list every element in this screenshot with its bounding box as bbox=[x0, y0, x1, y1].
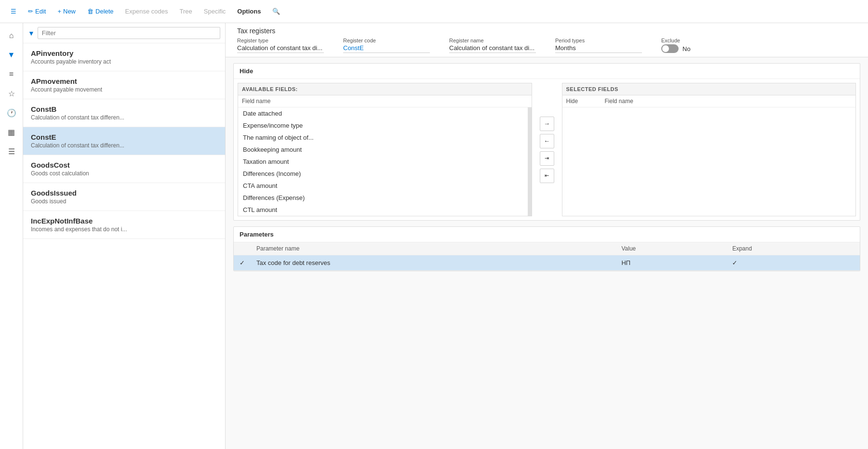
list-item[interactable]: APinventory Accounts payable inventory a… bbox=[23, 43, 225, 71]
list-item-subtitle: Calculation of constant tax differen... bbox=[31, 142, 217, 149]
hamburger-icon: ☰ bbox=[11, 8, 16, 15]
selected-fieldname-header: Field name bbox=[601, 95, 856, 107]
available-fields-label: AVAILABLE FIELDS: bbox=[238, 83, 532, 95]
selected-hide-header: Hide bbox=[562, 95, 601, 107]
list-item-title: IncExpNotInfBase bbox=[31, 217, 217, 225]
available-field-item[interactable]: Date attached bbox=[238, 107, 528, 119]
modules-nav-button[interactable]: ▦ bbox=[3, 123, 20, 141]
params-header-row: Parameter name Value Expand bbox=[234, 242, 860, 255]
params-expand-cell: ✓ bbox=[726, 255, 860, 271]
list-item-subtitle: Accounts payable inventory act bbox=[31, 58, 217, 65]
toolbar: ☰ ✏ Edit + New 🗑 Delete Expense codes Tr… bbox=[0, 0, 868, 23]
parameters-table: Parameter name Value Expand ✓ Tax code f… bbox=[234, 242, 860, 271]
list-item-subtitle: Account payable movement bbox=[31, 86, 217, 93]
register-field-label: Register code bbox=[343, 38, 430, 43]
params-name-header: Parameter name bbox=[251, 242, 615, 255]
exclude-value: No bbox=[682, 45, 691, 53]
available-field-item[interactable]: Taxation amount bbox=[238, 156, 528, 168]
available-field-item[interactable]: Differences (Expense) bbox=[238, 192, 528, 204]
options-button[interactable]: Options bbox=[232, 6, 266, 17]
recent-nav-button[interactable]: 🕐 bbox=[3, 104, 20, 121]
register-field-value[interactable]: ConstE bbox=[343, 44, 430, 53]
list-item-subtitle: Goods cost calculation bbox=[31, 170, 217, 177]
favorites-nav-button[interactable]: ☆ bbox=[3, 85, 20, 102]
expense-codes-button[interactable]: Expense codes bbox=[120, 6, 173, 17]
list-item-title: ConstB bbox=[31, 105, 217, 113]
register-field: Period types Months bbox=[555, 38, 642, 53]
main-layout: ⌂ ▼ ≡ ☆ 🕐 ▦ ☰ ▼ APinventory Accounts pay… bbox=[0, 23, 868, 449]
hide-section: Hide AVAILABLE FIELDS: Field name Date a… bbox=[233, 63, 860, 221]
register-field-value[interactable]: Calculation of constant tax di... bbox=[237, 44, 324, 53]
register-field: Register name Calculation of constant ta… bbox=[449, 38, 536, 53]
search-icon: 🔍 bbox=[272, 8, 280, 15]
list-scroll: APinventory Accounts payable inventory a… bbox=[23, 43, 225, 449]
selected-header-row: Hide Field name bbox=[562, 95, 856, 107]
new-button[interactable]: + New bbox=[53, 6, 80, 17]
edit-button[interactable]: ✏ Edit bbox=[23, 6, 51, 17]
selected-fields-list bbox=[562, 107, 856, 216]
delete-button[interactable]: 🗑 Delete bbox=[82, 6, 119, 17]
params-expand-header: Expand bbox=[726, 242, 860, 255]
parameters-title: Parameters bbox=[234, 227, 860, 242]
available-field-item[interactable]: The naming of object of... bbox=[238, 132, 528, 144]
list-item[interactable]: ConstB Calculation of constant tax diffe… bbox=[23, 99, 225, 127]
list-item[interactable]: IncExpNotInfBase Incomes and expenses th… bbox=[23, 211, 225, 239]
move-right-button[interactable]: → bbox=[540, 117, 554, 131]
register-field-label: Register type bbox=[237, 38, 324, 43]
list-item[interactable]: GoodsIssued Goods issued bbox=[23, 183, 225, 211]
params-check-header bbox=[234, 242, 251, 255]
list-item[interactable]: GoodsCost Goods cost calculation bbox=[23, 155, 225, 183]
parameters-section: Parameters Parameter name Value Expand ✓… bbox=[233, 226, 860, 271]
specific-button[interactable]: Specific bbox=[199, 6, 231, 17]
exclude-toggle[interactable] bbox=[661, 44, 679, 53]
filter-icon[interactable]: ▼ bbox=[28, 29, 35, 37]
new-icon: + bbox=[57, 8, 61, 15]
available-field-item[interactable]: Bookkeeping amount bbox=[238, 144, 528, 156]
list-item-title: APinventory bbox=[31, 49, 217, 57]
search-button[interactable]: 🔍 bbox=[267, 6, 285, 17]
available-field-item[interactable]: CTL amount bbox=[238, 204, 528, 216]
list-panel: ▼ APinventory Accounts payable inventory… bbox=[23, 23, 226, 449]
list-nav-button[interactable]: ≡ bbox=[3, 66, 20, 83]
list-item-title: ConstE bbox=[31, 133, 217, 141]
available-field-item[interactable]: Expense/income type bbox=[238, 119, 528, 132]
hamburger-button[interactable]: ☰ bbox=[6, 6, 21, 17]
register-fields: Register type Calculation of constant ta… bbox=[237, 38, 856, 53]
move-left-button[interactable]: ← bbox=[540, 134, 554, 148]
params-check-cell: ✓ bbox=[234, 255, 251, 271]
list-item-subtitle: Incomes and expenses that do not i... bbox=[31, 226, 217, 233]
list-header: ▼ bbox=[23, 23, 225, 43]
delete-icon: 🗑 bbox=[87, 8, 93, 15]
params-value-cell: НП bbox=[615, 255, 726, 271]
exclude-label: Exclude bbox=[661, 38, 691, 43]
list-item-subtitle: Calculation of constant tax differen... bbox=[31, 114, 217, 121]
exclude-field: Exclude No bbox=[661, 38, 691, 53]
arrow-buttons-group: → ← ⇥ ⇤ bbox=[536, 83, 558, 216]
available-field-item[interactable]: Differences (Income) bbox=[238, 168, 528, 180]
register-field: Register type Calculation of constant ta… bbox=[237, 38, 324, 53]
list-item-title: GoodsIssued bbox=[31, 189, 217, 197]
content-area: Tax registers Register type Calculation … bbox=[226, 23, 868, 449]
home-nav-button[interactable]: ⌂ bbox=[3, 27, 20, 44]
tree-button[interactable]: Tree bbox=[175, 6, 197, 17]
list-item-title: GoodsCost bbox=[31, 161, 217, 169]
content-scroll: Hide AVAILABLE FIELDS: Field name Date a… bbox=[226, 57, 868, 449]
register-field-value[interactable]: Months bbox=[555, 44, 642, 53]
register-field: Register code ConstE bbox=[343, 38, 430, 53]
edit-icon: ✏ bbox=[28, 8, 33, 15]
move-all-right-button[interactable]: ⇥ bbox=[540, 151, 554, 166]
filter-nav-button[interactable]: ▼ bbox=[3, 46, 20, 64]
move-all-left-button[interactable]: ⇤ bbox=[540, 169, 554, 183]
available-field-item[interactable]: CTA amount bbox=[238, 180, 528, 192]
params-name-cell: Tax code for debt reserves bbox=[251, 255, 615, 271]
filter-input[interactable] bbox=[38, 27, 220, 39]
available-col-header: Field name bbox=[238, 95, 532, 107]
list-item[interactable]: APmovement Account payable movement bbox=[23, 71, 225, 99]
list-item-subtitle: Goods issued bbox=[31, 198, 217, 205]
list-item-title: APmovement bbox=[31, 77, 217, 85]
menu-nav-button[interactable]: ☰ bbox=[3, 143, 20, 160]
params-row[interactable]: ✓ Tax code for debt reserves НП ✓ bbox=[234, 255, 860, 271]
register-field-label: Period types bbox=[555, 38, 642, 43]
register-field-value[interactable]: Calculation of constant tax di... bbox=[449, 44, 536, 53]
list-item[interactable]: ConstE Calculation of constant tax diffe… bbox=[23, 127, 225, 155]
